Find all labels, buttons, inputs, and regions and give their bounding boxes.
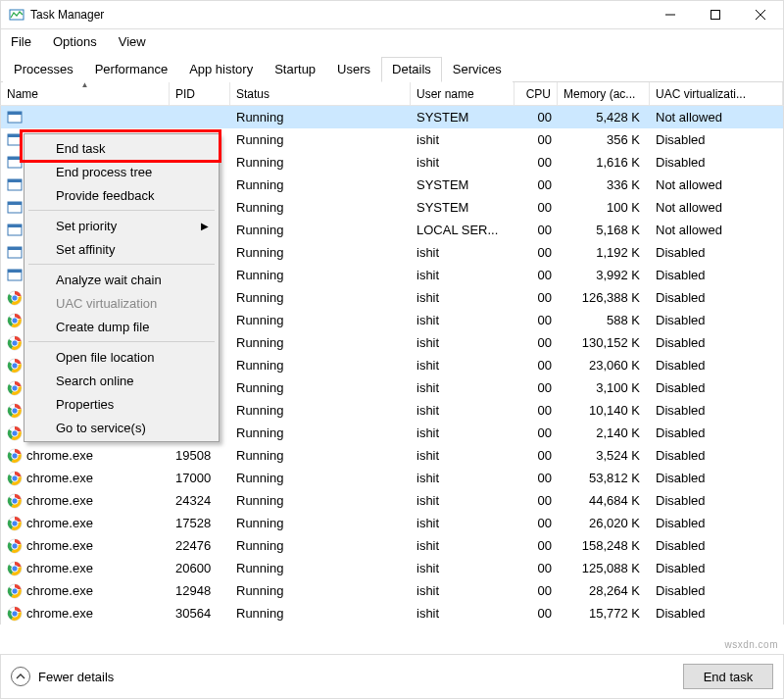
- minimize-button[interactable]: [648, 1, 693, 29]
- table-row[interactable]: chrome.exe17000Runningishit0053,812 KDis…: [1, 467, 783, 489]
- cell-user: ishit: [411, 313, 514, 327]
- col-pid[interactable]: PID: [170, 82, 230, 105]
- table-row[interactable]: chrome.exe30564Runningishit0015,772 KDis…: [1, 602, 783, 624]
- svg-point-35: [13, 363, 18, 368]
- menu-item-search-online[interactable]: Search online: [26, 369, 217, 392]
- cell-status: Running: [230, 177, 411, 192]
- cell-memory: 356 K: [558, 132, 650, 147]
- menu-item-end-task[interactable]: End task: [26, 136, 217, 160]
- tab-performance[interactable]: Performance: [84, 57, 178, 82]
- cell-user: ishit: [411, 425, 514, 440]
- menu-item-provide-feedback[interactable]: Provide feedback: [26, 183, 217, 207]
- cell-status: Running: [230, 606, 411, 621]
- cell-memory: 125,088 K: [558, 561, 650, 575]
- process-name: chrome.exe: [26, 606, 93, 621]
- chrome-icon: [7, 335, 23, 351]
- separator: [28, 210, 215, 211]
- menu-options[interactable]: Options: [49, 32, 101, 51]
- svg-point-71: [13, 566, 18, 571]
- menu-item-uac-virtualization: UAC virtualization: [26, 291, 217, 315]
- maximize-button[interactable]: [693, 1, 738, 29]
- menu-item-create-dump-file[interactable]: Create dump file: [26, 315, 217, 338]
- chrome-icon: [7, 606, 23, 622]
- chrome-icon: [7, 290, 23, 306]
- chrome-icon: [7, 516, 23, 531]
- menu-item-set-priority[interactable]: Set priority▶: [26, 214, 217, 237]
- cell-status: Running: [230, 110, 411, 125]
- col-name[interactable]: Name: [1, 82, 170, 105]
- svg-point-43: [13, 408, 18, 413]
- cell-user: ishit: [411, 606, 514, 621]
- cell-memory: 2,140 K: [558, 425, 650, 440]
- table-row[interactable]: chrome.exe24324Runningishit0044,684 KDis…: [1, 489, 783, 512]
- cell-memory: 126,388 K: [558, 290, 650, 305]
- cell-status: Running: [230, 425, 411, 440]
- cell-user: ishit: [411, 380, 514, 395]
- menu-view[interactable]: View: [115, 32, 150, 51]
- cell-status: Running: [230, 245, 411, 260]
- cell-user: ishit: [411, 132, 514, 147]
- menu-item-properties[interactable]: Properties: [26, 392, 217, 416]
- footer: Fewer details End task: [0, 654, 784, 699]
- svg-point-47: [13, 430, 18, 435]
- process-name: chrome.exe: [26, 561, 93, 575]
- svg-rect-10: [8, 157, 22, 160]
- cell-pid: 12948: [170, 583, 230, 598]
- cell-memory: 28,264 K: [558, 583, 650, 598]
- col-memory[interactable]: Memory (ac...: [558, 82, 650, 105]
- end-task-button[interactable]: End task: [683, 664, 773, 689]
- cell-memory: 15,772 K: [558, 606, 650, 621]
- table-row[interactable]: chrome.exe19508Runningishit003,524 KDisa…: [1, 444, 783, 467]
- table-row[interactable]: chrome.exe17528Runningishit0026,020 KDis…: [1, 512, 783, 534]
- fewer-details-button[interactable]: Fewer details: [11, 667, 114, 686]
- process-name: chrome.exe: [26, 448, 93, 463]
- menu-item-go-to-service-s-[interactable]: Go to service(s): [26, 416, 217, 439]
- tab-details[interactable]: Details: [381, 57, 442, 82]
- table-row[interactable]: chrome.exe20600Runningishit00125,088 KDi…: [1, 557, 783, 579]
- menu-item-end-process-tree[interactable]: End process tree: [26, 160, 217, 183]
- table-row[interactable]: chrome.exe22476Runningishit00158,248 KDi…: [1, 534, 783, 557]
- cell-cpu: 00: [514, 606, 558, 621]
- svg-point-55: [13, 475, 18, 480]
- process-name: chrome.exe: [26, 471, 93, 485]
- svg-rect-16: [8, 225, 22, 227]
- cell-uac: Disabled: [650, 425, 783, 440]
- cell-memory: 3,524 K: [558, 448, 650, 463]
- col-cpu[interactable]: CPU: [514, 82, 558, 105]
- col-user[interactable]: User name: [411, 82, 514, 105]
- cell-memory: 3,100 K: [558, 380, 650, 395]
- tab-users[interactable]: Users: [326, 57, 381, 82]
- cell-cpu: 00: [514, 200, 558, 215]
- cell-user: ishit: [411, 335, 514, 350]
- svg-rect-2: [711, 11, 720, 20]
- process-name: chrome.exe: [26, 583, 93, 598]
- cell-cpu: 00: [514, 358, 558, 373]
- cell-memory: 1,192 K: [558, 245, 650, 260]
- app-window-icon: [7, 268, 23, 283]
- chrome-icon: [7, 583, 23, 599]
- cell-uac: Disabled: [650, 268, 783, 282]
- cell-user: SYSTEM: [411, 177, 514, 192]
- col-uac[interactable]: UAC virtualizati...: [650, 82, 783, 105]
- col-status[interactable]: Status: [230, 82, 411, 105]
- svg-point-31: [13, 340, 18, 345]
- cell-pid: 24324: [170, 493, 230, 508]
- table-row[interactable]: RunningSYSTEM005,428 KNot allowed: [1, 106, 783, 128]
- tab-startup[interactable]: Startup: [264, 57, 326, 82]
- table-row[interactable]: chrome.exe12948Runningishit0028,264 KDis…: [1, 579, 783, 602]
- tabs: ProcessesPerformanceApp historyStartupUs…: [0, 53, 784, 82]
- tab-app-history[interactable]: App history: [178, 57, 264, 82]
- menu-item-open-file-location[interactable]: Open file location: [26, 345, 217, 369]
- close-button[interactable]: [738, 1, 783, 29]
- chrome-icon: [7, 380, 23, 396]
- chrome-icon: [7, 403, 23, 419]
- cell-pid: 20600: [170, 561, 230, 575]
- tab-services[interactable]: Services: [442, 57, 513, 82]
- cell-pid: 17528: [170, 516, 230, 530]
- menu-item-set-affinity[interactable]: Set affinity: [26, 237, 217, 261]
- tab-processes[interactable]: Processes: [3, 57, 84, 82]
- cell-user: ishit: [411, 583, 514, 598]
- menu-item-analyze-wait-chain[interactable]: Analyze wait chain: [26, 268, 217, 291]
- menu-file[interactable]: File: [7, 32, 35, 51]
- svg-rect-14: [8, 202, 22, 205]
